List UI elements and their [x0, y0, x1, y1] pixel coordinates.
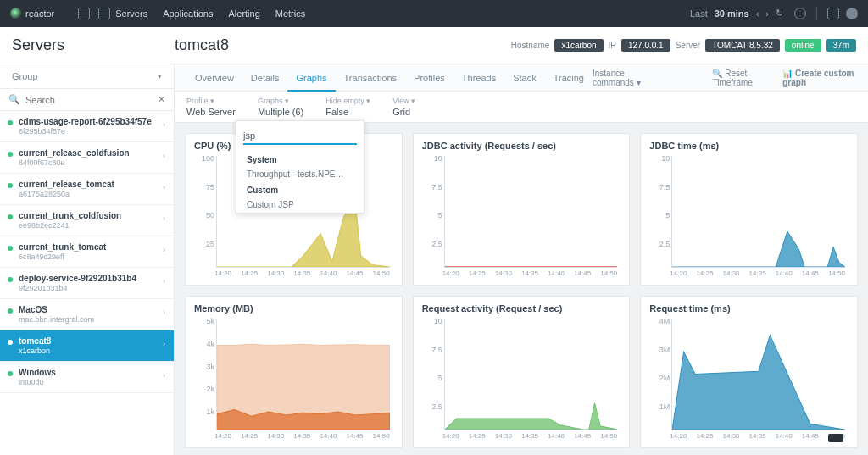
graphs-dropdown: System Throughput - tests.NPE… Custom Cu… [236, 120, 364, 214]
chevron-right-icon: › [163, 214, 165, 223]
chart-body[interactable]: 107.552.514:2014:2514:3014:3514:4014:451… [649, 154, 849, 281]
chart-icon[interactable] [78, 8, 90, 19]
y-axis: 5k4k3k2k1k [194, 317, 214, 430]
search-input[interactable] [25, 95, 153, 105]
filter-graphs[interactable]: Graphs ▾ Multiple (6) [258, 97, 303, 117]
server-sub: ee98b2ec2241 [19, 221, 164, 230]
chart-body[interactable]: 4M3M2M1M14:2014:2514:3014:3514:4014:4514… [649, 317, 849, 444]
plot-area [216, 319, 390, 430]
x-axis: 14:2014:2514:3014:3514:4014:4514:50 [670, 269, 845, 281]
instance-commands[interactable]: Instance commands ▾ [593, 69, 655, 87]
server-item[interactable]: current_trunk_coldfusionee98b2ec2241› [0, 205, 174, 236]
chart-title: JDBC activity (Requests / sec) [422, 141, 621, 151]
chart-body[interactable]: 107.552.514:2014:2514:3014:3514:4014:451… [422, 317, 621, 444]
y-axis: 107.552.5 [422, 317, 442, 430]
ip-pill[interactable]: 127.0.0.1 [621, 39, 670, 52]
server-name: current_release_coldfusion [19, 148, 164, 158]
tab-transactions[interactable]: Transactions [336, 64, 406, 92]
server-item[interactable]: current_release_tomcata6175a28250a› [0, 174, 174, 205]
chart-body[interactable]: 5k4k3k2k1k14:2014:2514:3014:3514:4014:45… [194, 317, 393, 444]
clock-icon[interactable] [794, 8, 806, 19]
server-item[interactable]: current_trunk_tomcat6c8a49c29eff› [0, 236, 174, 268]
y-axis: 107.552.5 [649, 154, 670, 268]
dropdown-item-throughput[interactable]: Throughput - tests.NPE… [236, 166, 364, 182]
topbar-right: Last 30 mins ‹ › ↻ [690, 7, 858, 20]
plot-area [671, 156, 845, 268]
server-item[interactable]: tomcat8x1carbon› [0, 330, 174, 362]
refresh-icon[interactable]: ↻ [776, 8, 787, 19]
divider [816, 7, 817, 20]
server-sub: 84f00f67c80e [19, 158, 164, 167]
server-item[interactable]: cdms-usage-report-6f295b34f57e6f295b34f5… [0, 111, 174, 142]
server-sub: a6175a28250a [19, 190, 164, 198]
tab-overview[interactable]: Overview [186, 64, 242, 92]
group-label: Group [12, 71, 38, 81]
chart-card: JDBC activity (Requests / sec)107.552.51… [413, 133, 631, 286]
server-name: cdms-usage-report-6f295b34f57e [19, 117, 164, 126]
clear-icon[interactable]: ✕ [158, 94, 165, 105]
chart-body[interactable]: 107.552.514:2014:2514:3014:3514:4014:451… [422, 154, 621, 281]
tab-profiles[interactable]: Profiles [405, 64, 453, 92]
x-axis: 14:2014:2514:3014:3514:4014:4514:50 [214, 269, 390, 281]
filter-view[interactable]: View ▾ Grid [392, 97, 415, 117]
server-title: tomcat8 [175, 36, 229, 54]
chart-title: Memory (MB) [194, 303, 393, 314]
server-pill[interactable]: TOMCAT 8.5.32 [705, 39, 780, 52]
tabs: OverviewDetailsGraphsTransactionsProfile… [186, 64, 593, 92]
nav-applications[interactable]: Applications [163, 8, 213, 19]
chart-title: JDBC time (ms) [649, 141, 849, 151]
filter-graphs-label: Graphs ▾ [258, 97, 303, 105]
user-avatar[interactable] [846, 8, 858, 19]
chevron-right-icon: › [163, 120, 165, 129]
nav-alerting[interactable]: Alerting [228, 8, 259, 19]
filter-view-label: View ▾ [392, 97, 415, 105]
brand-logo[interactable]: reactor [10, 8, 54, 19]
filter-profile[interactable]: Profile ▾ Web Server [186, 97, 236, 117]
x-axis: 14:2014:2514:3014:3514:4014:4514:50 [442, 269, 618, 281]
next-icon[interactable]: › [765, 8, 769, 19]
status-dot-icon [8, 340, 13, 345]
server-item[interactable]: Windowsint00d0› [0, 362, 174, 393]
topbar: reactor Servers Applications Alerting Me… [0, 0, 868, 27]
server-item[interactable]: deploy-service-9f29201b31b49f29201b31b4› [0, 268, 174, 299]
chart-card: JDBC time (ms)107.552.514:2014:2514:3014… [640, 133, 858, 286]
dropdown-item-custom-jsp[interactable]: Custom JSP [236, 197, 364, 213]
server-list: cdms-usage-report-6f295b34f57e6f295b34f5… [0, 111, 174, 393]
hostname-pill[interactable]: x1carbon [554, 39, 603, 52]
server-sub: 6f295b34f57e [19, 127, 164, 136]
status-dot-icon [8, 214, 13, 219]
chevron-right-icon: › [163, 277, 165, 286]
filter-profile-value: Web Server [186, 107, 236, 117]
tab-details[interactable]: Details [242, 64, 288, 92]
comment-icon[interactable] [98, 8, 110, 19]
prev-icon[interactable]: ‹ [756, 8, 760, 19]
y-axis: 4M3M2M1M [649, 317, 670, 430]
server-item[interactable]: MacOSmac.bbn.intergral.com› [0, 299, 174, 330]
dropdown-group-system: System [236, 152, 364, 166]
tab-stack-trace[interactable]: Stack trace [504, 64, 545, 92]
tab-tracing[interactable]: Tracing [545, 64, 593, 92]
server-item[interactable]: current_release_coldfusion84f00f67c80e› [0, 142, 174, 174]
server-sub: 9f29201b31b4 [19, 284, 164, 292]
tab-graphs[interactable]: Graphs [287, 64, 335, 92]
chart-title: Request time (ms) [649, 303, 849, 314]
group-selector[interactable]: Group ▾ [0, 64, 174, 89]
header-tags: Hostname x1carbon IP 127.0.0.1 Server TO… [511, 39, 856, 52]
timeframe-prefix: Last [690, 8, 708, 19]
server-name: tomcat8 [19, 336, 164, 346]
ip-label: IP [609, 41, 616, 50]
settings-icon[interactable] [827, 8, 839, 19]
chevron-right-icon: › [163, 308, 165, 317]
dropdown-search-input[interactable] [243, 128, 357, 145]
create-custom-graph[interactable]: 📊 Create custom graph [782, 69, 856, 87]
x-axis: 14:2014:2514:3014:3514:4014:4514:50 [214, 432, 390, 444]
timeframe-value[interactable]: 30 mins [715, 8, 749, 19]
status-dot-icon [8, 308, 13, 314]
nav-servers[interactable]: Servers [115, 8, 147, 19]
nav-metrics[interactable]: Metrics [275, 8, 305, 19]
legend-toggle-icon[interactable] [828, 434, 843, 442]
reset-timeframe[interactable]: 🔍 Reset Timeframe [712, 69, 771, 87]
chevron-right-icon: › [163, 340, 165, 348]
filter-hide-empty[interactable]: Hide empty ▾ False [326, 97, 370, 117]
tab-threads[interactable]: Threads [453, 64, 504, 92]
